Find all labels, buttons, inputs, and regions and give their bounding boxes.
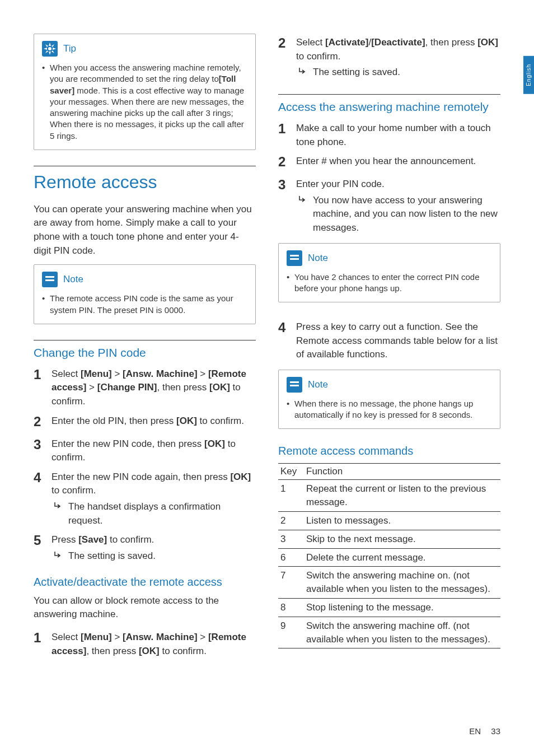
access-remotely-heading: Access the answering machine remotely [278, 94, 500, 114]
remote-access-intro: You can operate your answering machine w… [34, 203, 256, 258]
footer-page: 33 [491, 726, 500, 736]
table-row: 1Repeat the current or listen to the pre… [278, 480, 500, 512]
cell-function: Delete the current message. [304, 548, 500, 567]
activate-steps-right: 2Select [Activate]/[Deactivate], then pr… [278, 34, 500, 80]
tip-label: Tip [63, 43, 76, 54]
step-item: 2Enter the old PIN, then press [OK] to c… [34, 412, 256, 432]
step-number: 2 [278, 152, 288, 172]
change-pin-steps: 1Select [Menu] > [Answ. Machine] > [Remo… [34, 365, 256, 563]
cell-key: 6 [278, 548, 304, 567]
table-row: 7Switch the answering machine on. (not a… [278, 567, 500, 599]
svg-rect-9 [290, 381, 299, 383]
table-row: 3Skip to the next message. [278, 530, 500, 548]
table-row: 8Stop listening to the message. [278, 599, 500, 617]
cell-function: Switch the answering machine on. (not av… [304, 567, 500, 599]
step-number: 4 [34, 468, 44, 528]
svg-rect-10 [290, 385, 299, 386]
step-number: 2 [278, 34, 288, 80]
step-item: 3Enter the new PIN code, then press [OK]… [34, 435, 256, 465]
step-text: Make a call to your home number with a t… [296, 119, 500, 149]
note-callout-2: Note You have 2 chances to enter the cor… [278, 243, 500, 303]
note-body: You have 2 chances to enter the correct … [287, 272, 492, 295]
step-item: 2Enter # when you hear the announcement. [278, 152, 500, 172]
step-item: 1Make a call to your home number with a … [278, 119, 500, 149]
cell-key: 1 [278, 480, 304, 512]
step-item: 2Select [Activate]/[Deactivate], then pr… [278, 34, 500, 80]
note-label: Note [308, 379, 328, 390]
page-columns: Tip When you access the answering machin… [34, 34, 500, 661]
step-number: 3 [278, 175, 288, 235]
step-number: 2 [34, 412, 44, 432]
step-item: 3Enter your PIN code.You now have access… [278, 175, 500, 235]
commands-heading: Remote access commands [278, 445, 500, 458]
cell-key: 7 [278, 567, 304, 599]
result-arrow-icon [54, 500, 63, 528]
activate-deactivate-intro: You can allow or block remote access to … [34, 594, 256, 622]
step-number: 3 [34, 435, 44, 465]
step-number: 1 [34, 628, 44, 658]
cell-function: Repeat the current or listen to the prev… [304, 480, 500, 512]
footer-lang: EN [469, 726, 481, 736]
step-text: Enter # when you hear the announcement. [296, 152, 500, 172]
step-item: 1Select [Menu] > [Answ. Machine] > [Remo… [34, 365, 256, 409]
commands-table-body: 1Repeat the current or listen to the pre… [278, 480, 500, 648]
step-text: Enter the new PIN code, then press [OK] … [51, 435, 256, 465]
step-text: Press a key to carry out a function. See… [296, 318, 500, 362]
step-text: Select [Menu] > [Answ. Machine] > [Remot… [51, 628, 256, 658]
note-icon [42, 272, 58, 287]
note-label: Note [63, 274, 83, 285]
table-row: 6Delete the current message. [278, 548, 500, 567]
tip-body: When you access the answering machine re… [42, 62, 247, 142]
cell-function: Stop listening to the message. [304, 599, 500, 617]
remote-access-heading: Remote access [34, 166, 256, 193]
note-icon [287, 250, 302, 266]
cell-key: 3 [278, 530, 304, 548]
result-arrow-icon [298, 194, 307, 235]
step-item: 5Press [Save] to confirm.The setting is … [34, 531, 256, 563]
svg-rect-4 [45, 279, 54, 281]
cell-function: Listen to messages. [304, 512, 500, 530]
note-icon [287, 377, 302, 393]
right-column: 2Select [Activate]/[Deactivate], then pr… [278, 34, 500, 661]
step-number: 1 [34, 365, 44, 409]
step-result: The setting is saved. [51, 549, 256, 563]
step-result: The setting is saved. [296, 66, 500, 80]
step-text: Enter your PIN code.You now have access … [296, 175, 500, 235]
step-text: Press [Save] to confirm.The setting is s… [51, 531, 256, 563]
step-result: The handset displays a confirmation requ… [51, 500, 256, 528]
page-footer: EN 33 [469, 726, 500, 736]
cell-function: Switch the answering machine off. (not a… [304, 617, 500, 648]
table-row: 9Switch the answering machine off. (not … [278, 617, 500, 648]
cell-key: 2 [278, 512, 304, 530]
step-item: 4Press a key to carry out a function. Se… [278, 318, 500, 362]
cell-key: 8 [278, 599, 304, 617]
step-number: 5 [34, 531, 44, 563]
svg-point-1 [48, 47, 51, 50]
change-pin-heading: Change the PIN code [34, 340, 256, 360]
step-number: 1 [278, 119, 288, 149]
table-row: 2Listen to messages. [278, 512, 500, 530]
step-result: You now have access to your answering ma… [296, 194, 500, 235]
col-key: Key [278, 464, 304, 480]
result-arrow-icon [54, 549, 63, 563]
step-text: Select [Menu] > [Answ. Machine] > [Remot… [51, 365, 256, 409]
svg-rect-3 [45, 276, 54, 278]
step-text: Enter the old PIN, then press [OK] to co… [51, 412, 256, 432]
tip-callout: Tip When you access the answering machin… [34, 34, 256, 150]
result-arrow-icon [298, 66, 307, 80]
step-text: Enter the new PIN code again, then press… [51, 468, 256, 528]
activate-steps-left: 1Select [Menu] > [Answ. Machine] > [Remo… [34, 628, 256, 658]
activate-deactivate-heading: Activate/deactivate the remote access [34, 576, 256, 589]
commands-table: Key Function 1Repeat the current or list… [278, 463, 500, 648]
cell-function: Skip to the next message. [304, 530, 500, 548]
tip-icon [42, 41, 58, 57]
step-text: Select [Activate]/[Deactivate], then pre… [296, 34, 500, 80]
access-remotely-steps: 1Make a call to your home number with a … [278, 119, 500, 235]
svg-rect-6 [290, 255, 299, 256]
step-number: 4 [278, 318, 288, 362]
step-item: 1Select [Menu] > [Answ. Machine] > [Remo… [34, 628, 256, 658]
cell-key: 9 [278, 617, 304, 648]
left-column: Tip When you access the answering machin… [34, 34, 256, 661]
step-item: 4Enter the new PIN code again, then pres… [34, 468, 256, 528]
col-function: Function [304, 464, 500, 480]
